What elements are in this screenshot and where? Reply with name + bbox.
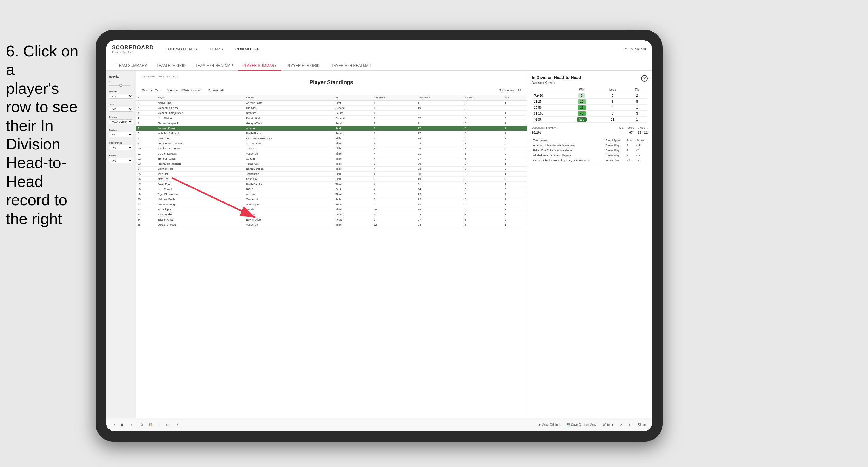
t-name: Amer Am Intercollegiate Invitational: [532, 143, 604, 148]
cell-rank: 21: [136, 202, 156, 207]
cell-school: Arizona: [244, 192, 334, 197]
undo-button[interactable]: ↩: [111, 422, 116, 427]
tournament-row[interactable]: SEC Match Play Hosted by Jerry Pata Roun…: [532, 158, 648, 163]
table-row[interactable]: 20 Matthew Riedel Vanderbilt Fifth 8 22 …: [136, 197, 527, 202]
cell-rds: 8: [463, 177, 503, 182]
cell-school: Tennessee: [244, 172, 334, 177]
h2h-loss-11-25: 9: [599, 99, 626, 105]
cell-rank: 10: [136, 146, 156, 151]
cell-yr: Third: [334, 156, 372, 161]
cell-win: 2: [503, 141, 527, 146]
table-row[interactable]: 17 David Ford North Carolina Third 4 21 …: [136, 182, 527, 187]
slider-thumb[interactable]: [119, 84, 122, 87]
view-original-button[interactable]: 👁 View: Original: [536, 422, 562, 427]
table-row[interactable]: 8 Mats Ege East Tennessee State Fifth 1 …: [136, 136, 527, 141]
sign-out-button[interactable]: Sign out: [631, 45, 646, 53]
col-player: Player: [156, 95, 244, 100]
table-row[interactable]: 22 Ian Gilligan Florida Third 10 24 8 1: [136, 207, 527, 212]
sub-nav-team-h2h-heatmap[interactable]: TEAM H2H HEATMAP: [190, 61, 238, 71]
conference-select[interactable]: (All): [109, 145, 133, 150]
tournament-row[interactable]: Mirabel Maui Jim Intercollegiate Stroke …: [532, 153, 648, 158]
col-school: School: [244, 95, 334, 100]
table-row[interactable]: 3 Michael Thorbjornsen Stanford Fourth 1…: [136, 111, 527, 116]
table-row[interactable]: 16 Alex Goff Kentucky Fifth 8 19 8 0: [136, 177, 527, 182]
add-button[interactable]: +: [156, 422, 162, 427]
nav-tournaments[interactable]: TOURNAMENTS: [166, 45, 197, 53]
cell-win: 2: [503, 197, 527, 202]
table-row[interactable]: 9 Preston Summerhays Arizona State Third…: [136, 141, 527, 146]
table-row[interactable]: 10 Jacob Mou-Olesen Arkansas Fifth 4 25 …: [136, 146, 527, 151]
nav-committee[interactable]: COMMITTEE: [235, 45, 260, 53]
table-row[interactable]: 21 Taehoon Song Washington Fourth 6 23 8…: [136, 202, 527, 207]
gender-select[interactable]: Men: [109, 94, 133, 99]
t-name: SEC Match Play Hosted by Jerry Pata Roun…: [532, 158, 604, 163]
logo-subtitle: Powered by clippi: [112, 51, 154, 54]
share-button[interactable]: Share: [636, 422, 648, 427]
t-score: -7: [635, 148, 648, 153]
table-row[interactable]: 15 Jake Hall Tennessee Fifth 4 28 8 1: [136, 172, 527, 177]
cell-yr: Third: [334, 141, 372, 146]
cell-yr: Third: [334, 207, 372, 212]
sub-nav-team-summary[interactable]: TEAM SUMMARY: [112, 61, 152, 71]
sub-nav-team-h2h-grid[interactable]: TEAM H2H GRID: [152, 61, 190, 71]
player-select[interactable]: (All): [109, 158, 133, 163]
tournament-row[interactable]: Amer Am Intercollegiate Invitational Str…: [532, 143, 648, 148]
cell-reg: 1: [372, 106, 416, 111]
logo-area: SCOREBOARD Powered by clippi: [112, 44, 154, 54]
cell-yr: Third: [334, 192, 372, 197]
grid-button[interactable]: ⊞: [627, 422, 633, 427]
sub-nav-player-summary[interactable]: PLAYER SUMMARY: [238, 61, 281, 71]
cell-conf: 25: [416, 146, 463, 151]
h2h-close-button[interactable]: ✕: [641, 75, 648, 82]
division-select[interactable]: NCAA Division I: [109, 119, 133, 124]
cell-player: Matthew Riedel: [156, 197, 244, 202]
toolbar-right: 👁 View: Original 💾 Save Custom View Watc…: [536, 422, 648, 427]
cell-player: Wenyi Ding: [156, 100, 244, 106]
cell-school: Vanderbilt: [244, 151, 334, 156]
slider-track[interactable]: [109, 85, 130, 86]
h2h-col-tie: Tie: [626, 87, 648, 93]
watch-button[interactable]: Watch ▾: [601, 422, 616, 427]
redo-button[interactable]: ↪: [128, 422, 134, 427]
table-row[interactable]: 6 Jackson Koivun Auburn First 2 27 8 2: [136, 126, 527, 131]
nav-teams[interactable]: TEAMS: [209, 45, 223, 53]
table-row[interactable]: 14 Maxwell Ford North Carolina Third 4 2…: [136, 166, 527, 172]
cell-yr: Fourth: [334, 212, 372, 217]
cell-player: David Ford: [156, 182, 244, 187]
table-row[interactable]: 23 Jack Lundin Missouri Fourth 11 24 8 1: [136, 212, 527, 217]
pause-button[interactable]: ⏸: [119, 422, 125, 427]
timer-button[interactable]: ⏱: [175, 422, 182, 427]
table-row[interactable]: 19 Tiger Christensen Arizona Third 8 23 …: [136, 192, 527, 197]
sub-nav-player-h2h-heatmap[interactable]: PLAYER H2H HEATMAP: [324, 61, 376, 71]
tournament-row[interactable]: Fallen Oak Collegiate Invitational Strok…: [532, 148, 648, 153]
table-row[interactable]: 7 Nicholas Gabrelcik North Florida Fourt…: [136, 131, 527, 136]
cell-rank: 6: [136, 126, 156, 131]
table-row[interactable]: 1 Wenyi Ding Arizona State First 1 1 8 1: [136, 100, 527, 106]
table-row[interactable]: 18 Luke Powell UCLA First 4 24 8 0: [136, 187, 527, 192]
cell-reg: 4: [372, 156, 416, 161]
year-select[interactable]: (All): [109, 106, 133, 112]
h2h-table: Win Loss Tie Top 10 8 3 2 11: [532, 87, 648, 123]
table-row[interactable]: 12 Brendan Valles Auburn Third 4 27 8 0: [136, 156, 527, 161]
cell-conf: 8: [416, 111, 463, 116]
paste-button[interactable]: 📋: [147, 422, 154, 427]
cell-yr: Fourth: [334, 217, 372, 222]
cell-school: Texas A&M: [244, 161, 334, 166]
table-row[interactable]: 5 Christo Lamprecht Georgia Tech Fourth …: [136, 121, 527, 126]
sub-nav-player-h2h-grid[interactable]: PLAYER H2H GRID: [281, 61, 324, 71]
cell-reg: 4: [372, 187, 416, 192]
table-row[interactable]: 11 Gordon Sargent Vanderbilt Third 4 21 …: [136, 151, 527, 156]
table-row[interactable]: 24 Bastien Amat New Mexico Fourth 1 27 8…: [136, 217, 527, 222]
region-select[interactable]: N/A: [109, 132, 133, 137]
save-custom-view-button[interactable]: 💾 Save Custom View: [565, 422, 598, 427]
cell-player: Christo Lamprecht: [156, 121, 244, 126]
copy-button[interactable]: ⧉: [139, 422, 145, 427]
expand-button[interactable]: ⤢: [618, 422, 624, 427]
layout-button[interactable]: ⊞: [164, 422, 170, 427]
table-row[interactable]: 4 Luke Claton Florida State Second 1 27 …: [136, 116, 527, 121]
cell-conf: 24: [416, 212, 463, 217]
table-row[interactable]: 13 Phichaksn Maichon Texas A&M Third 6 3…: [136, 161, 527, 166]
table-row[interactable]: 25 Cole Sherwood Vanderbilt Third 12 23 …: [136, 222, 527, 227]
table-row[interactable]: 2 Michael La Sasso Ole Miss Second 1 19 …: [136, 106, 527, 111]
cell-rds: 8: [463, 116, 503, 121]
